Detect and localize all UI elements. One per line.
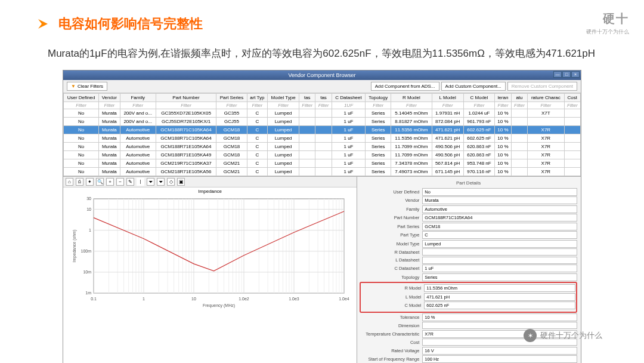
detail-value[interactable]: Murata [422, 196, 577, 204]
detail-value[interactable]: 602.625 nF [424, 302, 575, 309]
cell: 11.7099 mOhm [391, 142, 432, 150]
impedance-chart[interactable]: 0.11101.0e21.0e31.0e41m10m100m11030Frequ… [70, 195, 350, 309]
detail-label: L Model [361, 294, 424, 300]
print-icon[interactable]: ⎙ [76, 178, 83, 186]
detail-value[interactable]: Series [422, 273, 577, 281]
col-header[interactable]: User Defined [64, 93, 99, 101]
cell: Lumped [268, 109, 299, 117]
detail-value[interactable]: Lumped [422, 240, 577, 248]
col-header[interactable]: Vendor [99, 93, 120, 101]
zoom-out-icon[interactable]: − [116, 178, 124, 186]
filter-cell[interactable]: Filter [511, 101, 527, 109]
filter-row[interactable]: FilterFilterFilterFilterFilterFilterFilt… [64, 101, 581, 109]
col-header[interactable]: C Datasheet [332, 93, 366, 101]
wechat-icon: ✶ [524, 329, 537, 342]
col-header[interactable]: Part Number [156, 93, 216, 101]
marker-icon[interactable]: ✎ [126, 178, 134, 186]
filter-cell[interactable]: Filter [299, 101, 315, 109]
detail-value[interactable]: C [422, 231, 577, 239]
data-grid[interactable]: User DefinedVendorFamilyPart NumberPart … [63, 93, 581, 176]
filter-cell[interactable]: Filter [391, 101, 432, 109]
close-button[interactable]: × [571, 71, 580, 78]
add-custom-button[interactable]: Add Custom Component... [441, 82, 506, 91]
remove-custom-button[interactable]: Remove Custom Component [507, 82, 577, 91]
maximize-button[interactable]: □ [562, 71, 571, 78]
cell [564, 134, 580, 142]
col-header[interactable]: Cost [564, 93, 580, 101]
target-icon[interactable]: ✦ [86, 178, 94, 186]
toolbar: ▼ Clear Filters Add Component from ADS..… [63, 80, 581, 93]
filter-cell[interactable]: Filter [216, 101, 247, 109]
detail-value[interactable]: No [422, 188, 577, 196]
funnel-a-icon[interactable]: ⏷ [147, 178, 154, 186]
filter-cell[interactable]: Filter [463, 101, 494, 109]
cell: 7.34378 mOhm [391, 159, 432, 167]
filter-cell[interactable]: Filter [366, 101, 391, 109]
cell: GCM21 [216, 167, 247, 176]
col-header[interactable]: Topology [366, 93, 391, 101]
detail-value[interactable]: GCM188R71C105KA64 [422, 214, 577, 222]
col-header[interactable]: leran [495, 93, 512, 101]
home-icon[interactable]: ⌂ [66, 178, 73, 186]
filter-cell[interactable]: Filter [564, 101, 580, 109]
filter-cell[interactable]: Filter [120, 101, 156, 109]
col-header[interactable]: Family [120, 93, 156, 101]
detail-value[interactable] [422, 257, 577, 264]
funnel-b-icon[interactable]: ⏷ [157, 178, 165, 186]
col-header[interactable]: tas [315, 93, 332, 101]
table-row[interactable]: NoMurataAutomotiveGCM188R71E105KA49GCM18… [64, 150, 581, 159]
zoom-icon[interactable]: 🔍 [96, 178, 104, 186]
filter-cell[interactable]: Filter [315, 101, 332, 109]
table-row[interactable]: NoMurataAutomotiveGCM219R71C105KA37GCM21… [64, 159, 581, 167]
cell: X7R [528, 125, 565, 134]
cell: Automotive [120, 125, 156, 134]
zoom-in-icon[interactable]: + [106, 178, 114, 186]
diamond-icon[interactable]: ◇ [167, 178, 175, 186]
filter-cell[interactable]: Filter [64, 101, 99, 109]
add-from-ads-button[interactable]: Add Component from ADS... [371, 82, 439, 91]
cell: 567.814 pH [432, 159, 463, 167]
detail-value[interactable] [422, 322, 577, 329]
filter-cell[interactable]: Filter [156, 101, 216, 109]
table-row[interactable]: NoMurataAutomotiveGCM188R71E105KA64GCM18… [64, 142, 581, 150]
watermark-text: 硬件十万个为什么 [540, 330, 602, 341]
filter-cell[interactable]: Filter [247, 101, 267, 109]
col-header[interactable]: R Model [391, 93, 432, 101]
table-row[interactable]: NoMurataAutomotiveGCM188R71C105KA64GCM18… [64, 134, 581, 142]
col-header[interactable]: C Model [463, 93, 494, 101]
detail-value[interactable]: 16 V [422, 347, 577, 355]
col-header[interactable]: rature Charac [528, 93, 565, 101]
filter-cell[interactable]: Filter [268, 101, 299, 109]
detail-value[interactable]: 100 Hz [422, 355, 577, 363]
detail-value[interactable] [422, 248, 577, 256]
bullet-icon [36, 17, 50, 31]
detail-row: Model TypeLumped [360, 240, 577, 248]
filter-cell[interactable]: Filter [495, 101, 512, 109]
detail-value[interactable]: 1 uF [422, 264, 577, 272]
col-header[interactable]: atu [511, 93, 527, 101]
col-header[interactable]: L Model [432, 93, 463, 101]
cell: C [247, 109, 267, 117]
minimize-button[interactable]: — [553, 71, 562, 78]
table-row[interactable]: NoMurata200V and o...GCJ5SDR72E105KX/1GC… [64, 117, 581, 125]
filter-cell[interactable]: Filter [528, 101, 565, 109]
detail-value[interactable]: 471.621 pH [424, 293, 575, 301]
col-header[interactable]: Part Series [216, 93, 247, 101]
col-header[interactable]: art Typ [247, 93, 267, 101]
detail-value[interactable]: 10 % [422, 313, 577, 321]
svg-text:1.0e4: 1.0e4 [339, 297, 349, 301]
filter-cell[interactable]: Filter [432, 101, 463, 109]
detail-value[interactable]: Automotive [422, 205, 577, 213]
layers-icon[interactable]: ▣ [177, 178, 185, 186]
filter-cell[interactable]: 1UF [332, 101, 366, 109]
detail-value[interactable]: GCM18 [422, 223, 577, 230]
detail-value[interactable]: 11.5356 mOhm [424, 284, 575, 292]
table-row[interactable]: NoMurata200V and o...GC355XD72E105KX05GC… [64, 109, 581, 117]
table-row[interactable]: NoMurataAutomotiveGCM188R71C105KA64GCM18… [64, 125, 581, 134]
filter-cell[interactable]: Filter [99, 101, 120, 109]
col-header[interactable]: Model Type [268, 93, 299, 101]
window-title: Vendor Component Browser [288, 72, 355, 78]
col-header[interactable]: tas [299, 93, 315, 101]
table-row[interactable]: NoMurataAutomotiveGCM218R71E105KA56GCM21… [64, 167, 581, 176]
clear-filters-button[interactable]: ▼ Clear Filters [67, 82, 107, 91]
